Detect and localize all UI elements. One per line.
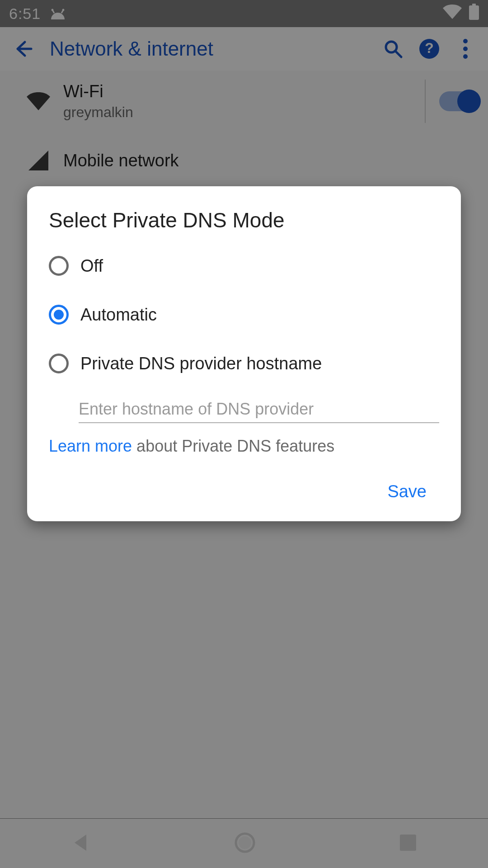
dns-hostname-input[interactable] xyxy=(79,396,439,423)
dns-option-off[interactable]: Off xyxy=(49,241,439,290)
learn-more-text: Learn more about Private DNS features xyxy=(49,437,439,456)
private-dns-dialog: Select Private DNS Mode Off Automatic Pr… xyxy=(27,186,461,521)
save-button[interactable]: Save xyxy=(375,476,439,508)
dialog-title: Select Private DNS Mode xyxy=(49,208,439,232)
radio-icon xyxy=(49,256,69,276)
learn-more-link[interactable]: Learn more xyxy=(49,437,132,455)
learn-more-tail: about Private DNS features xyxy=(132,437,334,455)
dns-option-hostname[interactable]: Private DNS provider hostname xyxy=(49,339,439,388)
radio-icon xyxy=(49,354,69,373)
dns-option-automatic[interactable]: Automatic xyxy=(49,290,439,339)
dns-option-hostname-label: Private DNS provider hostname xyxy=(80,354,322,373)
dns-option-automatic-label: Automatic xyxy=(80,305,157,325)
radio-icon xyxy=(49,305,69,325)
dns-option-off-label: Off xyxy=(80,256,103,276)
